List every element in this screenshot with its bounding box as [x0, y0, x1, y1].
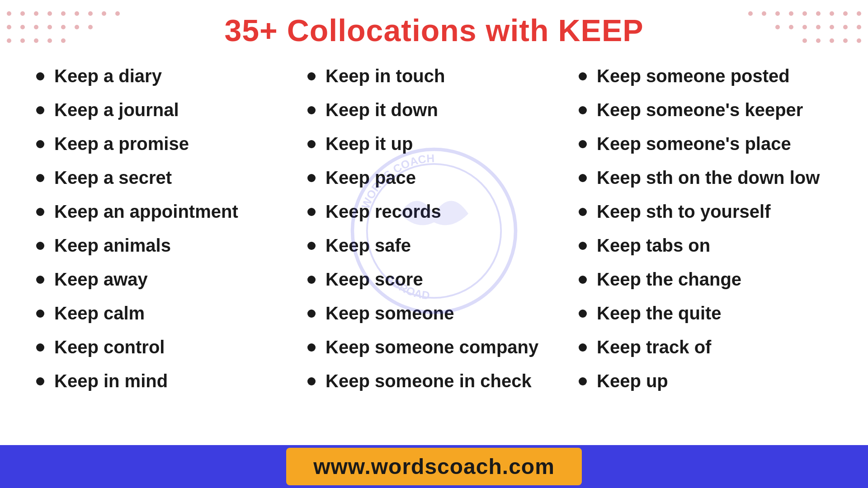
svg-point-16 — [7, 38, 11, 43]
bullet-icon — [579, 310, 587, 318]
svg-point-31 — [789, 25, 793, 29]
svg-point-22 — [762, 11, 766, 16]
svg-point-29 — [857, 11, 861, 16]
footer-url: www.wordscoach.com — [286, 448, 582, 485]
svg-point-39 — [830, 38, 834, 43]
bullet-icon — [307, 343, 316, 352]
svg-point-33 — [816, 25, 821, 29]
svg-point-7 — [102, 11, 106, 16]
bullet-icon — [307, 174, 316, 182]
bullet-icon — [307, 140, 316, 148]
bullet-icon — [36, 242, 44, 250]
bullet-icon — [579, 343, 587, 352]
bullet-icon — [579, 72, 587, 80]
list-item: Keep animals — [36, 235, 289, 256]
svg-point-4 — [61, 11, 66, 16]
list-item: Keep pace — [307, 168, 561, 188]
bullet-icon — [307, 276, 316, 284]
list-item: Keep calm — [36, 303, 289, 324]
svg-point-27 — [830, 11, 834, 16]
svg-point-13 — [61, 25, 66, 29]
list-item: Keep away — [36, 269, 289, 290]
bullet-icon — [36, 377, 44, 385]
list-item: Keep it up — [307, 134, 561, 154]
svg-point-17 — [20, 38, 25, 43]
svg-point-18 — [34, 38, 38, 43]
svg-point-30 — [775, 25, 780, 29]
list-item: Keep score — [307, 269, 561, 290]
svg-point-37 — [802, 38, 807, 43]
svg-point-8 — [115, 11, 120, 16]
bullet-icon — [579, 377, 587, 385]
list-item: Keep an appointment — [36, 202, 289, 222]
bullet-icon — [36, 208, 44, 216]
svg-point-3 — [47, 11, 52, 16]
svg-point-25 — [802, 11, 807, 16]
bullet-icon — [36, 276, 44, 284]
svg-point-6 — [88, 11, 93, 16]
bullet-icon — [36, 72, 44, 80]
svg-point-14 — [75, 25, 79, 29]
bullet-icon — [579, 106, 587, 114]
list-item: Keep a promise — [36, 134, 289, 154]
list-item: Keep the quite — [579, 303, 832, 324]
list-item: Keep up — [579, 371, 832, 391]
list-item: Keep in mind — [36, 371, 289, 391]
svg-point-21 — [748, 11, 753, 16]
bullet-icon — [307, 242, 316, 250]
svg-point-19 — [47, 38, 52, 43]
bullet-icon — [579, 276, 587, 284]
bullet-icon — [579, 174, 587, 182]
bullet-icon — [307, 377, 316, 385]
svg-point-41 — [857, 38, 861, 43]
svg-point-23 — [775, 11, 780, 16]
svg-point-12 — [47, 25, 52, 29]
decorative-dots-top-right — [723, 5, 868, 50]
svg-point-10 — [20, 25, 25, 29]
bullet-icon — [36, 106, 44, 114]
list-item: Keep sth on the down low — [579, 168, 832, 188]
list-item: Keep someone posted — [579, 66, 832, 86]
list-item: Keep someone's keeper — [579, 100, 832, 120]
list-item: Keep tabs on — [579, 235, 832, 256]
svg-point-9 — [7, 25, 11, 29]
svg-point-36 — [857, 25, 861, 29]
svg-point-26 — [816, 11, 821, 16]
list-item: Keep sth to yourself — [579, 202, 832, 222]
bullet-icon — [36, 343, 44, 352]
list-item: Keep a secret — [36, 168, 289, 188]
list-item: Keep someone company — [307, 337, 561, 357]
decorative-dots-top-left — [0, 5, 145, 50]
svg-point-5 — [75, 11, 79, 16]
svg-point-34 — [830, 25, 834, 29]
bullet-icon — [307, 208, 316, 216]
list-item: Keep control — [36, 337, 289, 357]
svg-point-2 — [34, 11, 38, 16]
svg-point-1 — [20, 11, 25, 16]
list-item: Keep a journal — [36, 100, 289, 120]
bullet-icon — [36, 174, 44, 182]
svg-point-28 — [843, 11, 848, 16]
list-item: Keep someone — [307, 303, 561, 324]
bullet-icon — [36, 310, 44, 318]
list-item: Keep records — [307, 202, 561, 222]
column-1: Keep a diary Keep a journal Keep a promi… — [27, 66, 298, 405]
list-item: Keep someone in check — [307, 371, 561, 391]
content-area: WORDS COACH ABROAD Keep a diary Keep a j… — [0, 57, 868, 405]
column-3: Keep someone posted Keep someone's keepe… — [570, 66, 841, 405]
svg-point-20 — [61, 38, 66, 43]
list-item: Keep in touch — [307, 66, 561, 86]
svg-point-38 — [816, 38, 821, 43]
svg-point-15 — [88, 25, 93, 29]
svg-point-32 — [802, 25, 807, 29]
bullet-icon — [307, 106, 316, 114]
svg-point-35 — [843, 25, 848, 29]
list-item: Keep safe — [307, 235, 561, 256]
list-item: Keep track of — [579, 337, 832, 357]
svg-point-40 — [843, 38, 848, 43]
bullet-icon — [579, 242, 587, 250]
list-item: Keep someone's place — [579, 134, 832, 154]
list-item: Keep it down — [307, 100, 561, 120]
svg-point-0 — [7, 11, 11, 16]
list-item: Keep the change — [579, 269, 832, 290]
